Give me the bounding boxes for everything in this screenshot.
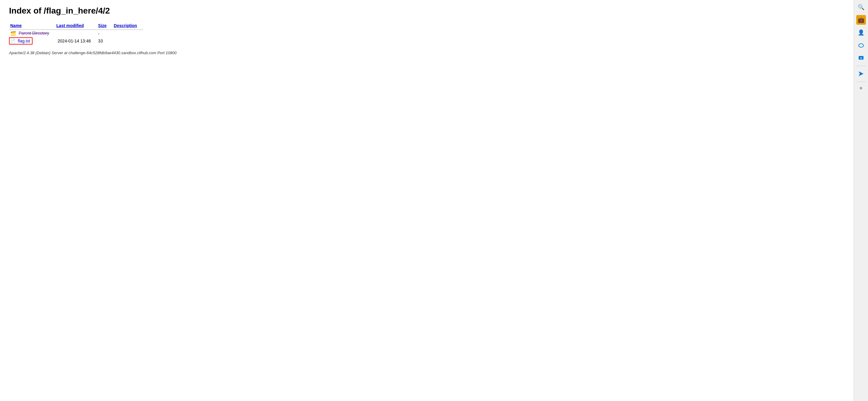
col-description: Description — [113, 22, 143, 30]
sidebar-divider — [856, 66, 866, 66]
edge-sidebar-icon[interactable] — [856, 40, 866, 50]
flag-txt-row: 📄 flag.txt 2024-01-14 13:46 33 — [9, 37, 143, 44]
flag-txt-link[interactable]: flag.txt — [18, 38, 30, 43]
col-name: Name — [9, 22, 55, 30]
table-body: 🗂️ Parent Directory - 📄 flag.txt — [9, 30, 143, 45]
server-info: Apache/2.4.38 (Debian) Server at challen… — [9, 51, 859, 55]
main-content: Index of /flag_in_here/4/2 Name Last mod… — [0, 0, 868, 401]
person-sidebar-icon[interactable]: 👤 — [856, 28, 866, 37]
page-title: Index of /flag_in_here/4/2 — [9, 6, 859, 15]
briefcase-sidebar-icon[interactable]: 💼 — [856, 15, 866, 25]
directory-table-container: Name Last modified Size Description — [9, 22, 859, 44]
flag-txt-name-cell: 📄 flag.txt — [9, 37, 55, 44]
flag-txt-size: 33 — [97, 37, 113, 44]
parent-dir-cell: 🗂️ Parent Directory — [9, 30, 55, 38]
add-button[interactable]: + — [859, 85, 863, 92]
parent-dir-modified — [55, 30, 97, 38]
folder-icon: 🗂️ — [10, 31, 16, 36]
col-name-link[interactable]: Name — [10, 23, 22, 28]
parent-dir-row: 🗂️ Parent Directory - — [9, 30, 143, 38]
col-size-link[interactable]: Size — [98, 23, 107, 28]
svg-marker-3 — [859, 71, 864, 76]
sidebar-divider-2 — [856, 81, 866, 82]
parent-dir-desc — [113, 30, 143, 38]
table-header-row: Name Last modified Size Description — [9, 22, 143, 30]
parent-dir-size: - — [97, 30, 113, 38]
outlook-sidebar-icon[interactable]: O — [856, 53, 866, 63]
send-sidebar-icon[interactable] — [856, 69, 866, 78]
file-icon: 📄 — [10, 38, 16, 43]
parent-dir-link[interactable]: Parent Directory — [19, 31, 49, 36]
col-size: Size — [97, 22, 113, 30]
directory-table: Name Last modified Size Description — [9, 22, 143, 44]
svg-text:O: O — [860, 57, 862, 60]
flag-highlight-box: 📄 flag.txt — [9, 37, 33, 44]
right-sidebar: 🔍 💼 👤 O + — [854, 0, 868, 401]
search-sidebar-icon[interactable]: 🔍 — [856, 2, 866, 12]
col-description-link[interactable]: Description — [114, 23, 137, 28]
col-last-modified: Last modified — [55, 22, 97, 30]
flag-txt-desc — [113, 37, 143, 44]
col-last-modified-link[interactable]: Last modified — [56, 23, 84, 28]
flag-txt-modified: 2024-01-14 13:46 — [55, 37, 97, 44]
